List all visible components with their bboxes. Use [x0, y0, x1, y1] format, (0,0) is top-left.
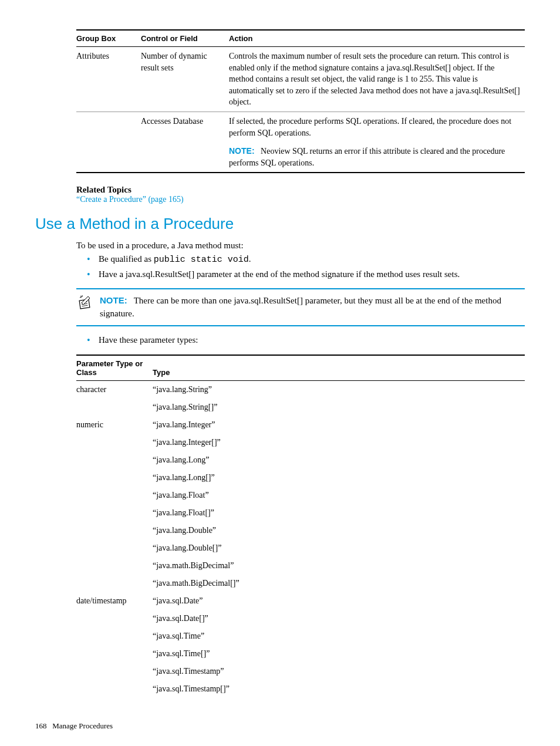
- attributes-table: Group Box Control or Field Action Attrib…: [76, 29, 525, 173]
- svg-line-3: [82, 305, 87, 306]
- section-heading: Use a Method in a Procedure: [35, 215, 525, 233]
- related-topics-heading: Related Topics: [76, 185, 525, 195]
- cell-param: [76, 680, 153, 698]
- cell-type: “java.sql.Date”: [153, 592, 525, 610]
- cell-type: “java.lang.Long[]”: [153, 469, 525, 487]
- requirements-list-continued: Have these parameter types:: [87, 333, 525, 347]
- cell-type: “java.sql.Date[]”: [153, 610, 525, 627]
- table-row: “java.lang.Double[]”: [76, 539, 525, 557]
- table-row: NOTE: Neoview SQL returns an error if th…: [76, 142, 525, 173]
- table2-header-param: Parameter Type or Class: [76, 355, 153, 381]
- table-row: “java.lang.Float[]”: [76, 504, 525, 522]
- table-row: character“java.lang.String”: [76, 381, 525, 399]
- cell-param: [76, 645, 153, 663]
- cell-control: Accesses Database: [141, 112, 229, 142]
- cell-param: numeric: [76, 416, 153, 434]
- cell-type: “java.sql.Time[]”: [153, 645, 525, 663]
- table-row: “java.sql.Time[]”: [76, 645, 525, 663]
- table1-header-group: Group Box: [76, 30, 141, 47]
- cell-type: “java.math.BigDecimal[]”: [153, 575, 525, 592]
- intro-text: To be used in a procedure, a Java method…: [76, 239, 525, 252]
- related-topics-link[interactable]: “Create a Procedure” (page 165): [76, 195, 525, 204]
- table-row: “java.lang.String[]”: [76, 399, 525, 416]
- cell-type: “java.lang.Integer”: [153, 416, 525, 434]
- bullet-text: Be qualified as: [99, 254, 154, 264]
- cell-param: date/timestamp: [76, 592, 153, 610]
- note-icon: [76, 294, 93, 310]
- table1-header-control: Control or Field: [141, 30, 229, 47]
- cell-type: “java.lang.Float[]”: [153, 504, 525, 522]
- cell-param: [76, 539, 153, 557]
- cell-param: [76, 627, 153, 645]
- cell-group: Attributes: [76, 47, 141, 112]
- cell-param: [76, 434, 153, 451]
- cell-type: “java.math.BigDecimal”: [153, 557, 525, 575]
- cell-param: [76, 504, 153, 522]
- table-row: “java.lang.Long[]”: [76, 469, 525, 487]
- page-footer: 168 Manage Procedures: [35, 721, 525, 731]
- cell-param: [76, 469, 153, 487]
- table1-header-action: Action: [229, 30, 525, 47]
- cell-param: character: [76, 381, 153, 399]
- table-row: “java.sql.Time”: [76, 627, 525, 645]
- mono-text: public static void: [154, 255, 249, 265]
- cell-group: [76, 112, 141, 142]
- parameter-types-table: Parameter Type or Class Type character“j…: [76, 355, 525, 698]
- cell-param: [76, 451, 153, 469]
- cell-type: “java.sql.Timestamp[]”: [153, 680, 525, 698]
- cell-type: “java.lang.String[]”: [153, 399, 525, 416]
- cell-type: “java.lang.Long”: [153, 451, 525, 469]
- cell-param: [76, 522, 153, 539]
- table-row: “java.lang.Float”: [76, 487, 525, 504]
- cell-param: [76, 610, 153, 627]
- table-row: “java.sql.Timestamp”: [76, 663, 525, 680]
- table-row: “java.sql.Date[]”: [76, 610, 525, 627]
- note-label: NOTE:: [229, 146, 255, 156]
- cell-control: Number of dynamic result sets: [141, 47, 229, 112]
- cell-param: [76, 557, 153, 575]
- cell-param: [76, 663, 153, 680]
- note-content: NOTE: There can be more than one java.sq…: [100, 294, 525, 320]
- table-row: numeric“java.lang.Integer”: [76, 416, 525, 434]
- table2-body: character“java.lang.String” “java.lang.S…: [76, 381, 525, 698]
- list-item: Have these parameter types:: [87, 333, 525, 347]
- note-label: NOTE:: [100, 295, 127, 305]
- table-row: “java.lang.Integer[]”: [76, 434, 525, 451]
- list-item: Have a java.sql.ResultSet[] parameter at…: [87, 268, 525, 281]
- table-row: “java.math.BigDecimal[]”: [76, 575, 525, 592]
- table-row: Attributes Number of dynamic result sets…: [76, 47, 525, 112]
- note-box: NOTE: There can be more than one java.sq…: [76, 288, 525, 326]
- table-row: Accesses Database If selected, the proce…: [76, 112, 525, 142]
- table2-header-type: Type: [153, 355, 525, 381]
- requirements-list: Be qualified as public static void. Have…: [87, 252, 525, 281]
- cell-type: “java.lang.String”: [153, 381, 525, 399]
- list-item: Be qualified as public static void.: [87, 252, 525, 267]
- cell-param: [76, 399, 153, 416]
- cell-type: “java.lang.Double”: [153, 522, 525, 539]
- cell-param: [76, 575, 153, 592]
- note-text-body: There can be more than one java.sql.Resu…: [100, 296, 501, 319]
- table-row: “java.lang.Double”: [76, 522, 525, 539]
- note-text: Neoview SQL returns an error if this att…: [229, 147, 505, 167]
- cell-type: “java.lang.Integer[]”: [153, 434, 525, 451]
- cell-type: “java.sql.Time”: [153, 627, 525, 645]
- table-row: “java.math.BigDecimal”: [76, 557, 525, 575]
- cell-type: “java.lang.Float”: [153, 487, 525, 504]
- cell-action: Controls the maximum number of result se…: [229, 47, 525, 112]
- table-row: “java.sql.Timestamp[]”: [76, 680, 525, 698]
- cell-param: [76, 487, 153, 504]
- page-number: 168: [35, 721, 47, 730]
- cell-type: “java.sql.Timestamp”: [153, 663, 525, 680]
- table-row: date/timestamp“java.sql.Date”: [76, 592, 525, 610]
- table-row: “java.lang.Long”: [76, 451, 525, 469]
- footer-title: Manage Procedures: [52, 721, 113, 730]
- cell-note: NOTE: Neoview SQL returns an error if th…: [229, 142, 525, 173]
- cell-type: “java.lang.Double[]”: [153, 539, 525, 557]
- cell-action: If selected, the procedure performs SQL …: [229, 112, 525, 142]
